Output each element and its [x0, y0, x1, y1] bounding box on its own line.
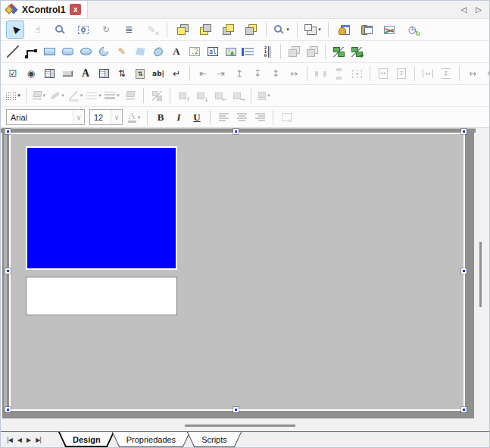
ungroup-button[interactable] — [304, 42, 320, 61]
selection-handle-top-middle[interactable] — [233, 129, 239, 134]
text-align-left-button[interactable] — [215, 108, 232, 127]
text-align-center-button[interactable] — [233, 108, 250, 127]
text-align-right-button[interactable] — [251, 108, 268, 127]
selection-handle-middle-left[interactable] — [5, 268, 11, 274]
space-vertically-button[interactable] — [330, 64, 347, 83]
align-center-horizontal-button[interactable]: ↔ — [286, 64, 302, 83]
nudge-left-button[interactable]: ← — [211, 86, 228, 105]
wordwrap-button[interactable]: ↵ — [168, 64, 185, 83]
align-center-vertical-button[interactable]: ↕ — [267, 64, 284, 83]
radio-control-button[interactable]: ◉ — [23, 64, 39, 83]
ruler-button[interactable]: 2 1 0 — [259, 42, 276, 61]
z-order-list-button[interactable]: ≣ — [120, 20, 138, 39]
same-width-button[interactable]: ↔ — [375, 64, 392, 83]
rounded-rectangle-tool-button[interactable] — [59, 42, 76, 61]
align-right-button[interactable]: ⇥ — [213, 64, 229, 83]
same-height-button[interactable]: ↕ — [393, 64, 410, 83]
rotate-tool-button[interactable]: ↻ — [97, 20, 115, 39]
set-height-button[interactable]: ↕ — [438, 64, 454, 83]
text-tool-button[interactable]: A — [168, 42, 185, 61]
combobox-control-button[interactable] — [95, 64, 112, 83]
pie-tool-button[interactable] — [95, 42, 112, 61]
image-tool-button[interactable] — [223, 42, 239, 61]
design-canvas-area[interactable] — [1, 128, 489, 431]
pencil-tool-button[interactable]: ✎ — [114, 42, 130, 61]
link-add-button[interactable]: + — [348, 42, 365, 61]
selection-handle-bottom-left[interactable] — [5, 407, 11, 412]
closed-curve-tool-button[interactable] — [150, 42, 167, 61]
sheet-tab-design[interactable]: Design — [58, 432, 115, 447]
polyline-tool-button[interactable] — [23, 42, 39, 61]
rectangle-tool-button[interactable] — [41, 42, 58, 61]
line-style-button[interactable]: ▾ — [86, 86, 102, 105]
bring-forward-button[interactable] — [219, 20, 237, 39]
font-color-button[interactable]: A▾ — [126, 108, 142, 127]
space-horizontally-button[interactable] — [312, 64, 329, 83]
vertical-scrollbar-thumb[interactable] — [479, 242, 482, 307]
last-page-button[interactable]: ▶| — [36, 437, 41, 443]
selection-handle-bottom-middle[interactable] — [233, 407, 239, 412]
position-menu-button[interactable]: ▾ — [256, 86, 273, 105]
set-width-button[interactable]: ↔ — [420, 64, 436, 83]
field-list-button[interactable] — [241, 42, 257, 61]
center-in-window-button[interactable] — [348, 64, 365, 83]
polygon-tool-button[interactable] — [132, 42, 148, 61]
next-page-button[interactable]: ▶ — [27, 437, 30, 443]
schedule-refresh-button[interactable]: ◷↻ — [403, 20, 421, 39]
bring-to-front-button[interactable] — [173, 20, 192, 39]
blue-rectangle-object[interactable] — [26, 146, 177, 270]
chart-wizard-button[interactable] — [380, 20, 398, 39]
bold-button[interactable]: B — [152, 108, 169, 127]
font-size-combo[interactable]: 12∨ — [89, 109, 123, 125]
first-page-button[interactable]: |◀ — [7, 437, 12, 443]
nudge-right-button[interactable]: → — [229, 86, 246, 105]
fill-color-button[interactable]: ▾ — [31, 86, 48, 105]
checkbox-control-button[interactable]: ☑ — [5, 64, 21, 83]
nudge-down-button[interactable]: ↓ — [193, 86, 210, 105]
send-to-back-button[interactable] — [196, 20, 214, 39]
dialog-wizard-button[interactable] — [335, 20, 353, 39]
close-tab-button[interactable]: x — [70, 4, 81, 15]
line-width-button[interactable]: ▾ — [104, 86, 120, 105]
document-tab-xcontrol1[interactable]: XControl1 x — [1, 1, 88, 18]
white-rectangle-object[interactable] — [26, 277, 177, 315]
previous-page-button[interactable]: ◀ — [17, 437, 21, 443]
data-table-button[interactable] — [357, 20, 376, 39]
scroll-tabs-right-button[interactable]: ▷ — [476, 5, 482, 14]
font-family-combo[interactable]: Arial∨ — [6, 109, 85, 125]
align-left-button[interactable]: ⇤ — [195, 64, 211, 83]
move-handle-button[interactable]: ↔ — [464, 64, 481, 83]
link-objects-button[interactable] — [330, 42, 347, 61]
pointer-tool-button[interactable]: ▶ — [6, 20, 24, 39]
text-frame-button[interactable] — [278, 108, 295, 127]
align-bottom-button[interactable]: ↧ — [249, 64, 266, 83]
horizontal-scrollbar-thumb[interactable] — [185, 425, 295, 427]
send-backward-button[interactable] — [242, 20, 260, 39]
selection-handle-middle-right[interactable] — [461, 268, 467, 274]
design-page[interactable] — [9, 133, 465, 411]
button-control-button[interactable] — [59, 64, 76, 83]
scroll-tabs-left-button[interactable]: ◁ — [461, 5, 467, 14]
line-tool-button[interactable] — [5, 42, 21, 61]
zoom-menu-button[interactable]: ▾ — [273, 20, 291, 39]
line-color-button[interactable]: ▾ — [67, 86, 84, 105]
numeric-field-button[interactable]: .2 — [186, 42, 203, 61]
hand-tool-button[interactable]: ☝ — [29, 20, 47, 39]
selection-handle-top-left[interactable] — [5, 129, 11, 134]
group-button[interactable] — [286, 42, 302, 61]
listbox-control-button[interactable] — [41, 64, 58, 83]
underline-button[interactable]: U — [189, 108, 205, 127]
label-control-button[interactable]: A — [77, 64, 94, 83]
updown-control-button[interactable]: ⇅ — [114, 64, 130, 83]
align-top-button[interactable]: ↥ — [231, 64, 248, 83]
rotate-handle-button[interactable]: ↺ — [482, 64, 490, 83]
grid-toggle-button[interactable]: ▾ — [5, 86, 21, 105]
sheet-tab-scripts[interactable]: Scripts — [187, 432, 242, 447]
brush-style-button[interactable]: ▾ — [49, 86, 66, 105]
selection-handle-top-right[interactable] — [461, 129, 467, 134]
spinedit-control-button[interactable]: ⇅ — [132, 64, 148, 83]
opacity-button[interactable] — [148, 86, 165, 105]
fill-pattern-button[interactable] — [122, 86, 139, 105]
edit-control-button[interactable]: ab| — [150, 64, 167, 83]
italic-button[interactable]: I — [170, 108, 187, 127]
